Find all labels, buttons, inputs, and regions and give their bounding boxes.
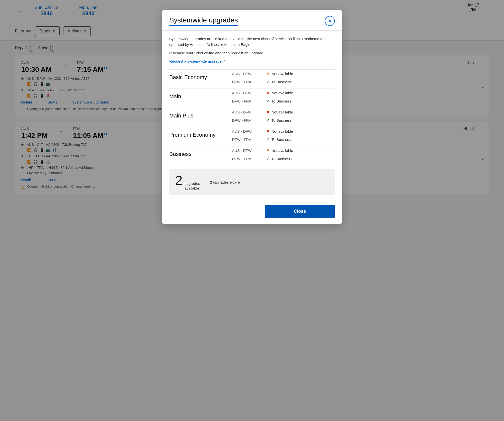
request-upgrade-link-text: Request a systemwide upgrade [169, 59, 222, 63]
external-link-icon: ↗ [223, 59, 225, 63]
upgrade-row-0: Basic EconomyAUS - DFW✕Not available [169, 69, 335, 78]
upgrade-row-4: BusinessAUS - DFW✕Not available [169, 146, 335, 155]
upgrade-status-3-1: ✓To Business [266, 135, 335, 146]
upgrade-route-2-1: DFW - FRA [232, 116, 266, 127]
upgrades-footer: 2 upgradesavailable 2 upgrades expire [169, 169, 335, 195]
check-icon: ✓ [266, 156, 269, 161]
upgrades-available-label: upgradesavailable [184, 181, 200, 191]
upgrade-route-2-0: AUS - DFW [232, 108, 266, 116]
close-x-icon: ✕ [328, 18, 332, 24]
upgrade-category-4: Business [169, 146, 232, 165]
upgrades-expire-label: upgrades expire [213, 180, 240, 184]
status-text-2-0: Not available [271, 110, 293, 114]
x-icon: ✕ [266, 91, 269, 95]
status-text-3-0: Not available [271, 129, 293, 133]
check-icon: ✓ [266, 118, 269, 123]
upgrade-status-0-0: ✕Not available [266, 69, 335, 78]
upgrades-expire-count: 2 [210, 180, 212, 184]
status-text-1-1: To Business [271, 99, 292, 103]
upgrades-count-big: 2 [175, 174, 182, 187]
modal-overlay: Systemwide upgrades ✕ Systemwide upgrade… [0, 0, 504, 421]
status-text-3-1: To Business [271, 137, 292, 142]
upgrade-status-1-1: ✓To Business [266, 97, 335, 108]
upgrade-route-3-1: DFW - FRA [232, 135, 266, 146]
upgrade-category-2: Main Plus [169, 108, 232, 127]
status-text-0-0: Not available [271, 72, 293, 76]
upgrade-category-0: Basic Economy [169, 69, 232, 89]
upgrade-route-4-1: DFW - FRA [232, 155, 266, 165]
upgrade-route-1-0: AUS - DFW [232, 89, 266, 97]
modal-description-2: Purchase your ticket online and then req… [169, 50, 335, 56]
modal-header: Systemwide upgrades ✕ [162, 10, 342, 31]
modal-title: Systemwide upgrades [169, 16, 238, 26]
check-icon: ✓ [266, 137, 269, 142]
upgrade-status-1-0: ✕Not available [266, 89, 335, 97]
x-icon: ✕ [266, 148, 269, 153]
status-text-2-1: To Business [271, 118, 292, 122]
upgrade-row-3: Premium EconomyAUS - DFW✕Not available [169, 127, 335, 135]
upgrade-categories-table: Basic EconomyAUS - DFW✕Not availableDFW … [169, 69, 335, 165]
upgrade-row-1: MainAUS - DFW✕Not available [169, 89, 335, 97]
upgrade-route-0-1: DFW - FRA [232, 78, 266, 89]
upgrades-expire: 2 upgrades expire [210, 180, 240, 184]
modal-body: Systemwide upgrades are limited and vali… [162, 31, 342, 201]
upgrade-category-1: Main [169, 89, 232, 108]
upgrade-row-2: Main PlusAUS - DFW✕Not available [169, 108, 335, 116]
x-icon: ✕ [266, 71, 269, 76]
upgrade-status-4-1: ✓To Business [266, 155, 335, 165]
systemwide-upgrades-modal: Systemwide upgrades ✕ Systemwide upgrade… [162, 10, 342, 224]
upgrade-status-0-1: ✓To Business [266, 78, 335, 89]
upgrade-route-0-0: AUS - DFW [232, 69, 266, 78]
check-icon: ✓ [266, 99, 269, 104]
status-text-0-1: To Business [271, 80, 292, 84]
upgrade-route-3-0: AUS - DFW [232, 127, 266, 135]
status-text-4-0: Not available [271, 148, 293, 153]
upgrade-status-4-0: ✕Not available [266, 146, 335, 155]
upgrade-status-2-1: ✓To Business [266, 116, 335, 127]
upgrade-status-2-0: ✕Not available [266, 108, 335, 116]
request-upgrade-link[interactable]: Request a systemwide upgrade ↗ [169, 59, 225, 63]
x-icon: ✕ [266, 110, 269, 114]
check-icon: ✓ [266, 80, 269, 84]
modal-close-x-button[interactable]: ✕ [325, 16, 335, 26]
upgrade-route-4-0: AUS - DFW [232, 146, 266, 155]
upgrade-status-3-0: ✕Not available [266, 127, 335, 135]
x-icon: ✕ [266, 129, 269, 134]
status-text-1-0: Not available [271, 91, 293, 95]
close-modal-button[interactable]: Close [265, 205, 335, 218]
modal-description-1: Systemwide upgrades are limited and vali… [169, 36, 335, 47]
upgrade-category-3: Premium Economy [169, 127, 232, 146]
upgrade-route-1-1: DFW - FRA [232, 97, 266, 108]
status-text-4-1: To Business [271, 157, 292, 161]
modal-footer: Close [162, 201, 342, 224]
